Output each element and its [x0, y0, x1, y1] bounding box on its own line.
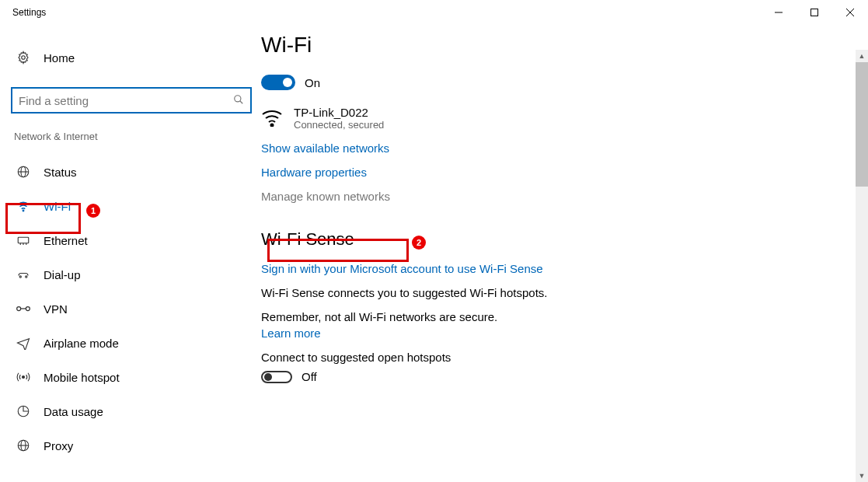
show-available-networks-link[interactable]: Show available networks	[261, 141, 868, 155]
svg-point-15	[19, 276, 21, 278]
nav-item-hotspot[interactable]: Mobile hotspot	[11, 360, 249, 394]
nav-label: Proxy	[44, 439, 73, 452]
manage-known-networks-link[interactable]: Manage known networks	[261, 190, 390, 203]
dialup-icon	[16, 267, 31, 281]
connect-suggested-label: Connect to suggested open hotspots	[261, 351, 868, 364]
nav-item-status[interactable]: Status	[11, 155, 249, 189]
data-usage-icon	[16, 404, 31, 418]
network-name: TP-Link_D022	[294, 106, 384, 119]
nav-item-ethernet[interactable]: Ethernet	[11, 223, 249, 257]
svg-rect-11	[18, 237, 29, 243]
hotspot-icon	[16, 370, 31, 384]
wifi-toggle-label: On	[305, 76, 320, 89]
svg-line-6	[240, 100, 243, 103]
svg-point-20	[23, 376, 25, 379]
scrollbar[interactable]: ▲ ▼	[856, 50, 868, 482]
nav-label: VPN	[44, 302, 68, 316]
nav-label: Mobile hotspot	[44, 371, 120, 384]
search-icon	[233, 94, 244, 107]
minimize-button[interactable]	[761, 0, 797, 25]
globe-icon	[16, 165, 31, 179]
network-status: Connected, secured	[294, 119, 384, 131]
nav-item-dialup[interactable]: Dial-up	[11, 257, 249, 292]
nav-label: Data usage	[44, 405, 103, 418]
vpn-icon	[16, 303, 31, 314]
home-button[interactable]: Home	[11, 42, 249, 73]
signin-microsoft-link[interactable]: Sign in with your Microsoft account to u…	[261, 262, 868, 275]
hardware-properties-link[interactable]: Hardware properties	[261, 166, 868, 179]
suggested-toggle-row: Off	[261, 370, 868, 383]
nav-label: Wi-Fi	[44, 200, 71, 213]
maximize-button[interactable]	[797, 0, 832, 25]
nav-label: Ethernet	[44, 234, 88, 247]
svg-point-25	[271, 124, 274, 126]
main-panel: Wi-Fi On TP-Link_D022 Connected, secured…	[249, 25, 868, 482]
wifi-sense-remember: Remember, not all Wi-Fi networks are sec…	[261, 310, 868, 323]
svg-point-17	[17, 307, 21, 311]
nav-item-wifi[interactable]: Wi-Fi	[11, 189, 249, 223]
nav-item-proxy[interactable]: Proxy	[11, 428, 249, 463]
scroll-down-arrow[interactable]: ▼	[856, 470, 868, 482]
wifi-icon	[16, 199, 31, 213]
scrollbar-thumb[interactable]	[856, 62, 868, 187]
learn-more-link[interactable]: Learn more	[261, 327, 868, 340]
svg-point-16	[26, 276, 27, 278]
wifi-signal-icon	[261, 108, 283, 129]
titlebar: Settings	[0, 0, 868, 25]
nav-item-datausage[interactable]: Data usage	[11, 394, 249, 428]
window-controls	[761, 0, 868, 25]
svg-point-4	[22, 56, 26, 60]
wifi-sense-heading: Wi-Fi Sense	[261, 229, 868, 250]
svg-point-10	[23, 210, 24, 211]
sidebar: Home Network & Internet Status Wi-Fi	[0, 25, 249, 482]
ethernet-icon	[16, 233, 31, 247]
svg-point-5	[235, 95, 241, 101]
airplane-icon	[16, 336, 31, 350]
page-title: Wi-Fi	[261, 33, 868, 58]
scroll-up-arrow[interactable]: ▲	[856, 50, 868, 62]
nav-list: Status Wi-Fi Ethernet Dial-up	[11, 155, 249, 463]
window-title: Settings	[12, 7, 46, 18]
section-header: Network & Internet	[11, 131, 249, 142]
svg-rect-1	[811, 9, 818, 16]
nav-label: Status	[44, 166, 77, 179]
search-box[interactable]	[11, 87, 252, 114]
suggested-toggle[interactable]	[261, 371, 292, 383]
nav-label: Airplane mode	[44, 337, 119, 350]
gear-icon	[16, 51, 31, 65]
wifi-toggle[interactable]	[261, 75, 295, 90]
nav-label: Dial-up	[44, 268, 81, 281]
home-label: Home	[44, 51, 75, 65]
suggested-toggle-label: Off	[302, 370, 317, 383]
proxy-icon	[16, 438, 31, 452]
current-network[interactable]: TP-Link_D022 Connected, secured	[261, 106, 868, 131]
close-button[interactable]	[832, 0, 868, 25]
wifi-toggle-row: On	[261, 75, 868, 90]
search-input[interactable]	[19, 94, 213, 107]
nav-item-airplane[interactable]: Airplane mode	[11, 326, 249, 360]
wifi-sense-desc: Wi-Fi Sense connects you to suggested Wi…	[261, 286, 868, 299]
svg-point-18	[26, 307, 30, 311]
nav-item-vpn[interactable]: VPN	[11, 292, 249, 326]
